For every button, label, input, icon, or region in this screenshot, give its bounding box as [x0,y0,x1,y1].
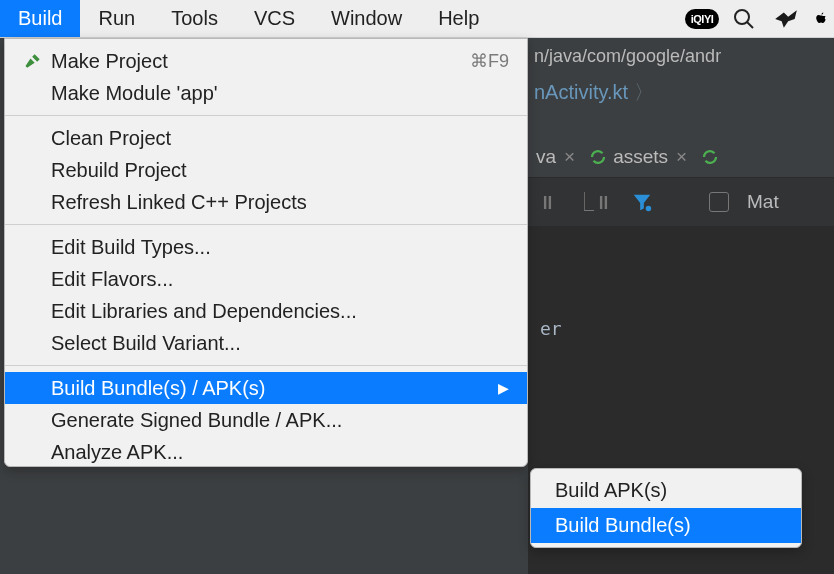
tab-assets[interactable]: assets × [585,144,691,170]
breadcrumb-bar: n/java/com/google/andr nActivity.kt 〉 [528,38,834,108]
menu-separator [5,115,527,116]
menu-vcs[interactable]: VCS [236,0,313,37]
menu-separator [5,365,527,366]
menu-separator [5,224,527,225]
menu-select-variant[interactable]: Select Build Variant... [5,327,527,359]
match-case-checkbox[interactable] [709,192,729,212]
refresh-icon [701,148,719,166]
menubar: Build Run Tools VCS Window Help iQIYI [0,0,834,38]
svg-point-0 [735,10,749,24]
tab-java-fragment[interactable]: va × [532,144,579,170]
build-menu-dropdown: Make Project ⌘F9 Make Module 'app' Clean… [4,38,528,467]
filter-icon[interactable] [631,191,653,213]
menu-refresh-cpp[interactable]: Refresh Linked C++ Projects [5,186,527,218]
refresh-icon [589,148,607,166]
close-icon[interactable]: × [564,146,575,168]
hammer-icon [23,51,51,71]
apple-icon[interactable] [814,5,828,33]
menu-make-project[interactable]: Make Project ⌘F9 [5,45,527,77]
shortcut-label: ⌘F9 [470,50,509,72]
menu-edit-flavors[interactable]: Edit Flavors... [5,263,527,295]
chevron-right-icon: ▶ [498,380,509,396]
build-bundles-submenu: Build APK(s) Build Bundle(s) [530,468,802,548]
bird-icon[interactable] [772,5,800,33]
menu-rebuild-project[interactable]: Rebuild Project [5,154,527,186]
menu-help[interactable]: Help [420,0,497,37]
file-crumb[interactable]: nActivity.kt 〉 [534,79,828,106]
editor-tabs: va × assets × [528,136,834,178]
iqiyi-icon[interactable]: iQIYI [688,5,716,33]
logcat-toolbar: ⏸ ⎿⏸ Mat [528,178,834,226]
svg-point-2 [646,206,652,212]
menu-generate-signed[interactable]: Generate Signed Bundle / APK... [5,404,527,436]
menu-make-module[interactable]: Make Module 'app' [5,77,527,109]
menu-build-bundles-apks[interactable]: Build Bundle(s) / APK(s) ▶ [5,372,527,404]
menu-window[interactable]: Window [313,0,420,37]
menu-clean-project[interactable]: Clean Project [5,122,527,154]
submenu-build-bundles[interactable]: Build Bundle(s) [531,508,801,543]
menu-edit-build-types[interactable]: Edit Build Types... [5,231,527,263]
match-label-fragment: Mat [747,191,779,213]
pause-icon[interactable]: ⏸ [538,191,557,213]
close-icon[interactable]: × [676,146,687,168]
path-fragment: n/java/com/google/andr [534,46,828,67]
menu-build[interactable]: Build [0,0,80,37]
svg-line-1 [747,22,753,28]
menu-edit-libs[interactable]: Edit Libraries and Dependencies... [5,295,527,327]
code-fragment: er [540,318,562,339]
submenu-build-apks[interactable]: Build APK(s) [531,473,801,508]
pause-outline-icon[interactable]: ⎿⏸ [575,191,613,213]
menubar-tray: iQIYI [688,5,834,33]
menu-analyze-apk[interactable]: Analyze APK... [5,436,527,468]
search-icon[interactable] [730,5,758,33]
tab-partial[interactable] [697,146,723,168]
menu-tools[interactable]: Tools [153,0,236,37]
menu-run[interactable]: Run [80,0,153,37]
